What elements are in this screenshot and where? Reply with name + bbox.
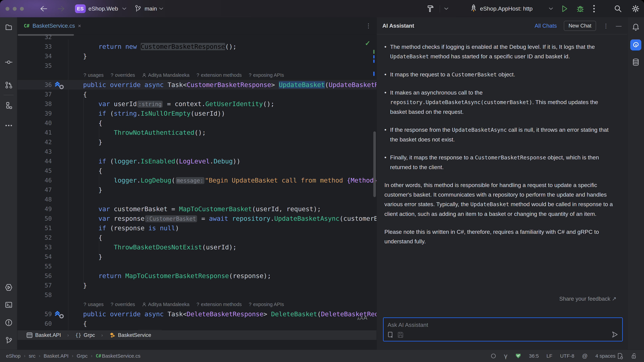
caret-position[interactable]: 36:5	[529, 353, 539, 359]
navbar-item-basket.api[interactable]: Basket.API	[26, 332, 61, 338]
line-number[interactable]: 45	[18, 167, 52, 174]
commit-icon[interactable]	[5, 58, 13, 66]
file-lock-icon[interactable]	[631, 353, 637, 359]
line-number[interactable]: 34	[18, 53, 52, 59]
code-line[interactable]: 47 }	[18, 185, 376, 195]
share-feedback-link[interactable]: Share your feedback ↗	[559, 296, 616, 302]
line-number[interactable]: 59	[18, 311, 52, 318]
forward-button[interactable]	[57, 5, 66, 12]
services-icon[interactable]	[5, 283, 13, 292]
code-line[interactable]: 53 ThrowBasketDoesNotExist(userId);	[18, 242, 376, 252]
code-line[interactable]: 42 }	[18, 137, 376, 147]
code-annotation-row[interactable]: ? usages? overrides Aditya Mandaleeka? e…	[18, 300, 376, 309]
code-line[interactable]: 45 {	[18, 166, 376, 175]
status-breadcrumb-item[interactable]: Grpc	[77, 353, 88, 359]
version-control-icon[interactable]	[5, 336, 13, 345]
line-number[interactable]: 57	[18, 282, 52, 289]
code-line[interactable]: 43	[18, 147, 376, 156]
code-vision-hint[interactable]: ? usages	[84, 302, 104, 307]
problems-icon[interactable]	[5, 319, 13, 327]
terminal-icon[interactable]	[5, 301, 13, 309]
line-number[interactable]: 44	[18, 158, 52, 165]
line-number[interactable]: 49	[18, 205, 52, 212]
line-number[interactable]: 58	[18, 292, 52, 298]
line-number[interactable]: 60	[18, 320, 52, 327]
code-viewport[interactable]: 3233 return new CustomerBasketResponse()…	[18, 34, 376, 330]
status-breadcrumb-item[interactable]: Basket.API	[44, 353, 68, 359]
back-button[interactable]	[40, 5, 48, 12]
tab-options-icon[interactable]: ⋮	[366, 17, 372, 34]
code-line[interactable]: 60 {	[18, 319, 376, 328]
breadcrumb[interactable]: eShop›src›Basket.API›Grpc›C# BasketServi…	[0, 353, 140, 359]
panel-minimize-icon[interactable]: —	[616, 22, 622, 29]
search-icon[interactable]	[614, 4, 622, 13]
save-chat-icon[interactable]	[397, 332, 404, 339]
line-number[interactable]: 37	[18, 91, 52, 98]
code-line[interactable]: 33 return new CustomerBasketResponse();	[18, 42, 376, 51]
run-button[interactable]	[560, 4, 568, 13]
chevron-down-icon[interactable]	[444, 7, 448, 10]
override-gutter-icon[interactable]	[52, 309, 68, 319]
code-vision-hint[interactable]: ? overrides	[111, 302, 135, 307]
code-vision-hint[interactable]: ? extension methods	[196, 302, 242, 307]
code-line[interactable]: 36 public override async Task<CustomerBa…	[18, 80, 376, 89]
line-number[interactable]: 43	[18, 148, 52, 155]
navbar-item-grpc[interactable]: {}Grpc	[75, 332, 95, 338]
panel-options-icon[interactable]: ⋮	[603, 22, 609, 29]
line-number[interactable]: 52	[18, 234, 52, 241]
ai-chat-messages[interactable]: •The method checks if logging is enabled…	[377, 34, 627, 301]
send-message-icon[interactable]	[611, 331, 618, 338]
code-line[interactable]: 54 }	[18, 252, 376, 261]
project-icon[interactable]: ES	[75, 4, 86, 13]
structure-icon[interactable]	[5, 101, 13, 109]
author-icon-label[interactable]: Aditya Mandaleeka	[142, 72, 190, 78]
code-vision-hint[interactable]: ? overrides	[111, 72, 135, 78]
code-line[interactable]: 56 return MapToCustomerBasketResponse(re…	[18, 271, 376, 281]
more-tool-windows-icon[interactable]	[5, 121, 13, 130]
line-number[interactable]: 56	[18, 272, 52, 279]
project-folder-icon[interactable]	[5, 23, 13, 31]
code-lines[interactable]: 3233 return new CustomerBasketResponse()…	[18, 34, 376, 330]
editor-area[interactable]: C# BasketService.cs × ⋮ 3233 return new …	[18, 17, 376, 340]
font-size-widget[interactable]: AAA	[357, 314, 367, 321]
database-icon[interactable]	[632, 58, 640, 66]
inspection-shield-icon[interactable]	[515, 353, 521, 359]
file-encoding[interactable]: UTF-8	[560, 353, 574, 359]
line-number[interactable]: 47	[18, 186, 52, 193]
tab-basketservice[interactable]: C# BasketService.cs ×	[18, 17, 88, 34]
indent-setting[interactable]: 4 spaces	[595, 353, 623, 359]
all-chats-link[interactable]: All Chats	[535, 23, 557, 29]
line-number[interactable]: 54	[18, 253, 52, 260]
prompt-library-icon[interactable]	[387, 332, 394, 339]
code-line[interactable]: 40 {	[18, 118, 376, 128]
build-button[interactable]	[426, 4, 435, 13]
code-line[interactable]: 38 var userId:string = context.GetUserId…	[18, 99, 376, 109]
line-number[interactable]: 35	[18, 62, 52, 69]
code-vision-hint[interactable]: ? extension methods	[196, 72, 242, 78]
line-number[interactable]: 53	[18, 244, 52, 251]
window-close-icon[interactable]	[6, 7, 10, 11]
line-number[interactable]: 38	[18, 100, 52, 107]
line-number[interactable]: 36	[18, 81, 52, 88]
code-line[interactable]: 51 if (response is null)	[18, 223, 376, 233]
debug-button[interactable]	[576, 4, 584, 13]
line-number[interactable]: 33	[18, 43, 52, 50]
new-chat-button[interactable]: New Chat	[564, 21, 596, 31]
more-actions-icon[interactable]	[593, 4, 595, 13]
line-number[interactable]: 48	[18, 196, 52, 203]
line-number[interactable]: 32	[18, 34, 52, 40]
code-vision-hint[interactable]: ? exposing APIs	[249, 72, 284, 78]
line-number[interactable]: 51	[18, 225, 52, 231]
window-minimize-icon[interactable]	[13, 7, 16, 11]
line-number[interactable]: 41	[18, 129, 52, 136]
code-annotation-row[interactable]: ? usages? overrides Aditya Mandaleeka? e…	[18, 70, 376, 80]
ai-assistant-tool-icon[interactable]	[630, 39, 641, 50]
code-line[interactable]: 41 ThrowNotAuthenticated();	[18, 128, 376, 137]
code-line[interactable]: 55	[18, 261, 376, 271]
tab-close-icon[interactable]: ×	[78, 23, 81, 29]
code-line[interactable]: 32	[18, 34, 376, 42]
code-vision-hint[interactable]: ? exposing APIs	[249, 302, 284, 307]
editor-scrollbar[interactable]	[373, 131, 376, 197]
project-selector[interactable]: eShop.Web	[88, 0, 118, 17]
code-line[interactable]: 50 var response:CustomerBasket = await r…	[18, 214, 376, 223]
